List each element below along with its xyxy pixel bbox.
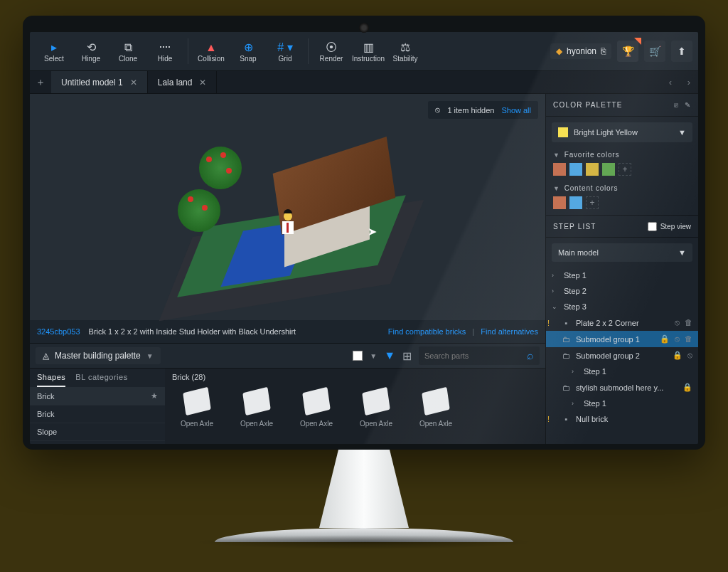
collision-label: Collision bbox=[198, 55, 225, 63]
cursor-icon: ➤ bbox=[368, 225, 377, 238]
stability-tool[interactable]: ⚖Stability bbox=[387, 34, 424, 68]
lock-icon[interactable]: 🔒 bbox=[660, 334, 670, 344]
step-list-title: STEP LIST bbox=[553, 223, 596, 231]
snap-tool[interactable]: ⊕Snap bbox=[230, 34, 267, 68]
select-tool[interactable]: ▸Select bbox=[36, 34, 73, 68]
color-swatch[interactable] bbox=[569, 163, 582, 176]
tree-row[interactable]: ›Step 1 bbox=[546, 364, 698, 379]
search-parts-box[interactable]: ⌕ bbox=[419, 346, 540, 365]
compatible-bricks-link[interactable]: Find compatible bricks bbox=[388, 327, 466, 336]
tree-row-label: Step 1 bbox=[584, 399, 606, 408]
tree-row[interactable]: 🗀Submodel group 2🔒⦸ bbox=[546, 347, 698, 364]
hide-icon[interactable]: ⦸ bbox=[675, 318, 680, 327]
tree-row[interactable]: !▪Plate 2 x 2 Corner⦸🗑 bbox=[546, 314, 698, 331]
part-thumbnail[interactable]: Open Axle bbox=[351, 386, 401, 428]
trash-icon[interactable]: 🗑 bbox=[685, 334, 692, 344]
filter-icon[interactable]: ⎚ bbox=[674, 101, 679, 109]
part-thumbnail[interactable]: Open Axle bbox=[411, 386, 461, 428]
viewport-3d[interactable]: ⦸ 1 item hidden Show all ➤ bbox=[30, 94, 545, 320]
chevron-icon[interactable]: › bbox=[552, 287, 559, 295]
hide-tool[interactable]: ᠁Hide bbox=[146, 34, 183, 68]
tree-row[interactable]: ›Step 1 bbox=[546, 396, 698, 411]
warning-icon: ! bbox=[547, 319, 550, 327]
tree-row[interactable]: ›Step 2 bbox=[546, 283, 698, 299]
content-colors-header[interactable]: ▼Content colors bbox=[546, 181, 698, 194]
close-icon[interactable]: ✕ bbox=[199, 78, 206, 88]
tab-bl-categories[interactable]: BL categories bbox=[75, 373, 127, 387]
alternatives-link[interactable]: Find alternatives bbox=[481, 327, 538, 336]
color-swatch[interactable] bbox=[553, 163, 566, 176]
color-swatch-white[interactable] bbox=[353, 351, 363, 361]
add-tab-button[interactable]: ＋ bbox=[30, 71, 51, 93]
chevron-icon[interactable]: › bbox=[572, 368, 579, 375]
eyedropper-icon[interactable]: ✎ bbox=[685, 101, 691, 109]
user-chip[interactable]: ◆ hyonion ⎘ bbox=[550, 43, 611, 59]
folder-icon: 🗀 bbox=[562, 335, 571, 344]
hide-icon[interactable]: ⦸ bbox=[687, 351, 692, 360]
document-tab[interactable]: Lala land✕ bbox=[148, 71, 218, 93]
trash-icon[interactable]: 🗑 bbox=[685, 318, 692, 327]
color-palette-header: COLOR PALETTE ⎚✎ bbox=[546, 94, 698, 117]
trophy-button[interactable]: 🏆 bbox=[617, 41, 638, 62]
part-id-link[interactable]: 3245cbp053 bbox=[37, 327, 80, 336]
tree-row[interactable]: !▪Null brick bbox=[546, 411, 698, 427]
part-thumbnail[interactable]: Open Axle bbox=[291, 386, 341, 428]
right-sidebar: COLOR PALETTE ⎚✎ Bright Light Yellow ▼ ▼… bbox=[545, 94, 698, 444]
lock-icon[interactable]: 🔒 bbox=[673, 351, 682, 360]
grid-view-icon[interactable]: ⊞ bbox=[402, 349, 412, 363]
collision-tool[interactable]: ▲Collision bbox=[193, 34, 230, 68]
part-thumbnail[interactable]: Open Axle bbox=[232, 386, 282, 428]
favorite-colors-label: Favorite colors bbox=[564, 151, 620, 159]
part-thumbnail[interactable]: Open Axle bbox=[172, 386, 222, 428]
color-swatch[interactable] bbox=[586, 163, 599, 176]
star-icon[interactable]: ★ bbox=[151, 391, 158, 401]
chevron-icon[interactable]: › bbox=[552, 272, 559, 279]
tree-row[interactable]: ⌄Step 3 bbox=[546, 299, 698, 314]
step-view-toggle[interactable]: Step view bbox=[648, 222, 691, 231]
model-dropdown[interactable]: Main model ▼ bbox=[552, 243, 692, 262]
palette-dropdown[interactable]: ◬ Master building palette ▼ bbox=[36, 347, 161, 364]
add-color-button[interactable]: + bbox=[619, 163, 631, 176]
tree-row[interactable]: ›Step 1 bbox=[546, 268, 698, 283]
step-view-checkbox[interactable] bbox=[648, 222, 657, 231]
category-item[interactable]: Brick bbox=[30, 406, 165, 423]
category-item[interactable]: Brick★ bbox=[30, 387, 165, 406]
color-swatch[interactable] bbox=[602, 163, 615, 176]
main-toolbar: ▸Select ⟲Hinge ⧉Clone ᠁Hide ▲Collision ⊕… bbox=[30, 32, 698, 71]
search-icon: ⌕ bbox=[527, 349, 534, 362]
close-icon[interactable]: ✕ bbox=[130, 78, 137, 88]
color-swatch[interactable] bbox=[569, 196, 582, 209]
tab-next-button[interactable]: › bbox=[680, 71, 698, 93]
tree-row[interactable]: 🗀Submodel group 1🔒⦸🗑 bbox=[546, 331, 698, 347]
tree-row[interactable]: 🗀stylish submodel here y...🔒 bbox=[546, 379, 698, 396]
tab-shapes[interactable]: Shapes bbox=[37, 373, 65, 387]
grid-tool[interactable]: # ▾Grid bbox=[267, 34, 304, 68]
palette-icon: ◬ bbox=[43, 351, 49, 361]
search-parts-input[interactable] bbox=[424, 351, 527, 360]
show-all-link[interactable]: Show all bbox=[501, 106, 531, 115]
color-swatch[interactable] bbox=[553, 196, 566, 209]
chevron-down-icon[interactable]: ▼ bbox=[370, 352, 377, 360]
palette-dropdown-label: Master building palette bbox=[55, 351, 141, 361]
document-tab[interactable]: Untitled model 1✕ bbox=[51, 71, 148, 93]
lock-icon[interactable]: 🔒 bbox=[682, 383, 692, 392]
hinge-tool[interactable]: ⟲Hinge bbox=[73, 34, 109, 68]
add-color-button[interactable]: + bbox=[586, 196, 599, 209]
upload-button[interactable]: ⬆ bbox=[671, 41, 692, 62]
tab-prev-button[interactable]: ‹ bbox=[661, 71, 680, 93]
tree-row-label: Submodel group 2 bbox=[576, 351, 640, 360]
filter-icon[interactable]: ▼ bbox=[384, 349, 395, 362]
category-item[interactable]: Slope bbox=[30, 423, 165, 441]
render-tool[interactable]: ⦿Render bbox=[313, 34, 350, 68]
cart-button[interactable]: 🛒 bbox=[644, 41, 665, 62]
category-tabs: Shapes BL categories bbox=[30, 369, 165, 387]
instruction-tool[interactable]: ▥Instruction bbox=[350, 34, 387, 68]
hide-icon[interactable]: ⦸ bbox=[675, 334, 680, 344]
tree-row-label: Step 2 bbox=[564, 287, 587, 295]
clone-tool[interactable]: ⧉Clone bbox=[109, 34, 146, 68]
chevron-icon[interactable]: ⌄ bbox=[552, 303, 559, 310]
favorite-colors-header[interactable]: ▼Favorite colors bbox=[546, 148, 698, 160]
part-image bbox=[299, 386, 333, 417]
chevron-icon[interactable]: › bbox=[572, 400, 579, 407]
selected-color-dropdown[interactable]: Bright Light Yellow ▼ bbox=[552, 122, 692, 142]
